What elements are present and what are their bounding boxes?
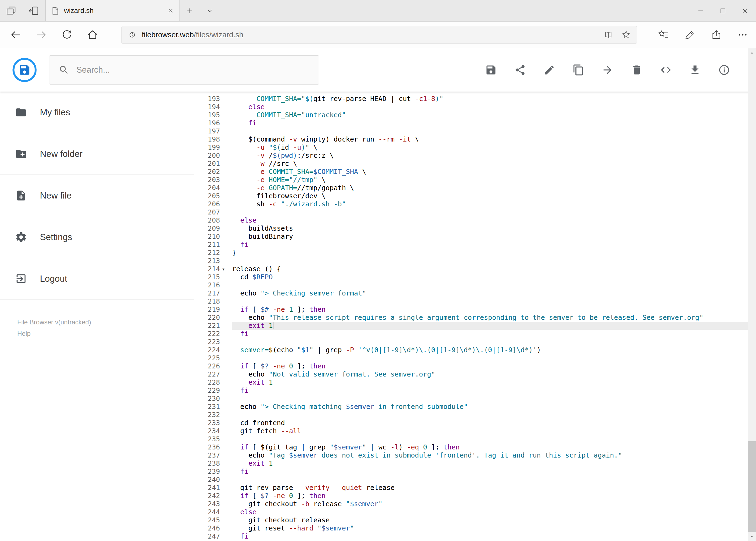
code-line[interactable]: 216 xyxy=(194,281,756,289)
raw-code-button[interactable] xyxy=(655,55,676,85)
more-options-icon[interactable] xyxy=(730,22,756,48)
code-line[interactable]: 220 echo "This release script requires a… xyxy=(194,313,756,322)
tab-preview-chevron-icon[interactable] xyxy=(200,0,220,21)
fold-marker-icon[interactable]: ▾ xyxy=(220,265,232,273)
code-line[interactable]: 196 fi xyxy=(194,119,756,127)
close-button[interactable] xyxy=(734,0,756,21)
code-line[interactable]: 199 -u "$(id -u)" \ xyxy=(194,144,756,152)
info-button[interactable] xyxy=(714,55,734,85)
hub-favorites-icon[interactable] xyxy=(650,22,677,48)
code-line[interactable]: 246 git reset --hard "$semver" xyxy=(194,524,756,532)
code-line[interactable]: 247 fi xyxy=(194,532,756,540)
copy-button[interactable] xyxy=(568,55,589,85)
code-line[interactable]: 200 -v /$(pwd):/src:z \ xyxy=(194,152,756,160)
code-line[interactable]: 214▾release () { xyxy=(194,265,756,273)
code-line[interactable]: 201 -w //src \ xyxy=(194,160,756,168)
sidebar-item-logout[interactable]: Logout xyxy=(0,258,194,299)
code-line[interactable]: 244 else xyxy=(194,508,756,516)
code-line[interactable]: 229 fi xyxy=(194,386,756,395)
code-line[interactable]: 227 echo "Not valid semver format. See s… xyxy=(194,370,756,378)
code-line[interactable]: 234 git fetch --all xyxy=(194,427,756,435)
code-line[interactable]: 205 filebrowser/dev \ xyxy=(194,192,756,200)
code-line[interactable]: 207 xyxy=(194,208,756,216)
sidebar-item-new-folder[interactable]: New folder xyxy=(0,133,194,175)
code-line[interactable]: 222 fi xyxy=(194,330,756,338)
favorite-star-icon[interactable] xyxy=(621,30,631,40)
code-line[interactable]: 202 -e COMMIT_SHA=$COMMIT_SHA \ xyxy=(194,168,756,176)
code-line[interactable]: 228 exit 1 xyxy=(194,378,756,386)
refresh-icon[interactable] xyxy=(54,22,80,48)
code-line[interactable]: 203 -e HOME="//tmp" \ xyxy=(194,176,756,184)
sidebar-item-new-file[interactable]: New file xyxy=(0,175,194,216)
forward-icon[interactable] xyxy=(28,22,54,48)
code-editor[interactable]: 193 COMMIT_SHA="$(git rev-parse HEAD | c… xyxy=(194,92,756,541)
code-line[interactable]: 195 COMMIT_SHA="untracked" xyxy=(194,111,756,119)
code-line[interactable]: 218 xyxy=(194,297,756,305)
code-line[interactable]: 238 exit 1 xyxy=(194,459,756,467)
code-line[interactable]: 243 git checkout -b release "$semver" xyxy=(194,500,756,508)
tab-preview-icon[interactable] xyxy=(23,0,45,21)
code-line[interactable]: 204 -e GOPATH=//tmp/gopath \ xyxy=(194,184,756,192)
code-line[interactable]: 230 xyxy=(194,395,756,403)
code-line[interactable]: 213 xyxy=(194,257,756,265)
site-info-icon[interactable] xyxy=(127,30,137,40)
home-icon[interactable] xyxy=(80,22,105,48)
scrollbar-thumb[interactable] xyxy=(748,441,756,532)
tab-close-icon[interactable] xyxy=(167,8,173,14)
code-line[interactable]: 225 xyxy=(194,354,756,362)
back-icon[interactable] xyxy=(3,22,28,48)
download-button[interactable] xyxy=(685,55,705,85)
share-page-icon[interactable] xyxy=(703,22,730,48)
help-link[interactable]: Help xyxy=(17,330,194,337)
code-line[interactable]: 223 xyxy=(194,338,756,346)
code-line[interactable]: 224 semver=$(echo "$1" | grep -P '^v(0|[… xyxy=(194,346,756,354)
code-line[interactable]: 237 echo "Tag $semver does not exist in … xyxy=(194,451,756,459)
code-line[interactable]: 215 cd $REPO xyxy=(194,273,756,281)
code-line[interactable]: 217 echo "> Checking semver format" xyxy=(194,289,756,297)
address-bar[interactable]: filebrowser.web/files/wizard.sh xyxy=(122,26,637,44)
tabs-set-aside-icon[interactable] xyxy=(0,0,23,21)
code-line[interactable]: 209 buildAssets xyxy=(194,225,756,233)
code-line[interactable]: 197 xyxy=(194,127,756,135)
code-line[interactable]: 210 buildBinary xyxy=(194,233,756,241)
code-line[interactable]: 193 COMMIT_SHA="$(git rev-parse HEAD | c… xyxy=(194,95,756,103)
code-line[interactable]: 226 if [ $? -ne 0 ]; then xyxy=(194,362,756,370)
sidebar-item-settings[interactable]: Settings xyxy=(0,216,194,258)
delete-button[interactable] xyxy=(627,55,647,85)
code-line[interactable]: 198 $(command -v winpty) docker run --rm… xyxy=(194,135,756,144)
line-number: 241 xyxy=(194,484,220,492)
scrollbar-up-arrow[interactable] xyxy=(748,48,756,58)
code-line[interactable]: 211 fi xyxy=(194,241,756,249)
code-line[interactable]: 235 xyxy=(194,435,756,443)
maximize-button[interactable] xyxy=(712,0,734,21)
code-line[interactable]: 219 if [ $# -ne 1 ]; then xyxy=(194,305,756,313)
search-box[interactable] xyxy=(49,55,319,85)
code-line[interactable]: 239 fi xyxy=(194,467,756,476)
scrollbar-down-arrow[interactable] xyxy=(748,532,756,541)
sidebar-item-my-files[interactable]: My files xyxy=(0,92,194,133)
code-line[interactable]: 212} xyxy=(194,249,756,257)
share-button[interactable] xyxy=(510,55,530,85)
move-button[interactable] xyxy=(597,55,618,85)
code-line[interactable]: 233 cd frontend xyxy=(194,419,756,427)
code-line[interactable]: 231 echo "> Checking matching $semver in… xyxy=(194,403,756,411)
rename-button[interactable] xyxy=(539,55,560,85)
reading-view-icon[interactable] xyxy=(603,30,614,40)
save-button[interactable] xyxy=(481,55,501,85)
web-note-pen-icon[interactable] xyxy=(677,22,703,48)
page-scrollbar[interactable] xyxy=(748,48,756,541)
search-input[interactable] xyxy=(76,65,292,75)
code-line[interactable]: 208 else xyxy=(194,216,756,225)
code-line[interactable]: 194 else xyxy=(194,103,756,111)
code-line[interactable]: 206 sh -c "./wizard.sh -b" xyxy=(194,200,756,208)
code-line[interactable]: 236 if [ $(git tag | grep "$semver" | wc… xyxy=(194,443,756,451)
code-line[interactable]: 221 exit 1 xyxy=(194,322,756,330)
code-line[interactable]: 240 xyxy=(194,476,756,484)
code-line[interactable]: 242 if [ $? -ne 0 ]; then xyxy=(194,492,756,500)
minimize-button[interactable] xyxy=(690,0,712,21)
code-line[interactable]: 245 git checkout release xyxy=(194,516,756,524)
new-tab-button[interactable] xyxy=(180,0,200,21)
browser-tab-active[interactable]: wizard.sh xyxy=(45,0,180,21)
code-line[interactable]: 232 xyxy=(194,411,756,419)
code-line[interactable]: 241 git rev-parse --verify --quiet relea… xyxy=(194,484,756,492)
